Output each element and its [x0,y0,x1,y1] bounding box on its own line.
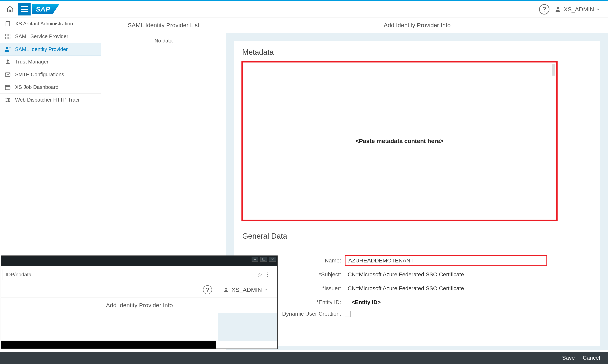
user-icon [555,6,562,13]
name-input[interactable] [345,255,547,266]
svg-point-12 [8,99,9,100]
user-check-icon [4,45,12,53]
sidebar-item-label: SMTP Configurations [15,71,64,78]
svg-rect-5 [5,37,7,39]
sidebar-item-label: Trust Manager [15,59,48,65]
footer-bar: Save Cancel [0,352,608,364]
sidebar-item-label: SAML Identity Provider [15,46,68,52]
url-bar[interactable]: IDP/nodata ☆ ⋮ [3,269,274,280]
url-text: IDP/nodata [6,272,31,278]
general-data-form: Name: *Subject: *Issuer: *Entity ID: [242,255,593,320]
svg-point-0 [556,7,559,9]
sidebar-item-trust-manager[interactable]: Trust Manager [0,55,101,68]
sidebar-item-label: Web Dispatcher HTTP Traci [15,97,79,103]
subject-input[interactable] [345,269,547,280]
menu-button[interactable] [18,3,31,15]
popup-bottom-strip [1,341,216,349]
entity-id-label: *Entity ID: [281,299,345,305]
window-titlebar[interactable]: – ☐ ✕ [1,256,277,263]
help-button[interactable]: ? [539,4,549,14]
chevron-down-icon [264,288,268,292]
top-toolbar: SAP ? XS_ADMIN [0,1,608,17]
sidebar-item-label: XS Artifact Administration [15,21,73,27]
metadata-section-title: Metadata [242,48,593,56]
user-menu[interactable]: XS_ADMIN [555,6,600,13]
browser-menu-icon[interactable]: ⋮ [265,272,271,278]
close-button[interactable]: ✕ [269,257,276,262]
sidebar-item-label: SAML Service Provider [15,33,68,39]
sidebar-item-web-dispatcher[interactable]: Web Dispatcher HTTP Traci [0,94,101,106]
sidebar-item-saml-sp[interactable]: SAML Service Provider [0,30,101,43]
chevron-down-icon [596,7,600,12]
metadata-textarea[interactable]: <Paste metadata content here> [242,61,558,221]
home-button[interactable] [4,3,16,15]
name-label: Name: [281,258,345,264]
maximize-button[interactable]: ☐ [260,257,267,262]
sidebar-item-label: XS Job Dashboard [15,84,58,90]
idp-list-title: SAML Identity Provider List [101,17,226,33]
sidebar-item-xs-job[interactable]: XS Job Dashboard [0,81,101,94]
cancel-button[interactable]: Cancel [583,355,600,361]
svg-rect-4 [8,34,10,36]
entity-id-placeholder: <Entity ID> [352,299,381,305]
user-icon [224,287,230,293]
dynamic-user-label: Dynamic User Creation: [281,311,345,317]
svg-rect-6 [8,37,10,39]
bookmark-star-icon[interactable]: ☆ [257,271,262,278]
sap-logo: SAP [32,4,59,14]
svg-point-14 [225,288,227,290]
content-title: Add Identity Provider Info [226,17,608,33]
user-label: XS_ADMIN [231,286,262,293]
mail-icon [4,71,12,78]
help-button[interactable]: ? [203,285,212,294]
issuer-label: *Issuer: [281,285,345,292]
user-menu[interactable]: XS_ADMIN [224,286,268,293]
svg-rect-9 [5,73,10,76]
content-area: Add Identity Provider Info Metadata <Pas… [226,17,608,350]
save-button[interactable]: Save [562,355,575,361]
grid-icon [4,33,12,40]
user-icon [4,58,12,66]
general-section-title: General Data [242,232,593,240]
svg-point-13 [7,101,8,102]
sidebar-item-smtp[interactable]: SMTP Configurations [0,68,101,81]
svg-point-7 [6,47,8,49]
scrollbar-thumb[interactable] [552,64,555,76]
svg-point-8 [7,60,9,62]
sidebar-item-saml-idp[interactable]: SAML Identity Provider [0,43,101,55]
user-label: XS_ADMIN [564,6,594,13]
svg-rect-3 [5,34,7,36]
svg-rect-10 [5,85,10,90]
minimize-button[interactable]: – [252,257,258,262]
sliders-icon [4,96,12,104]
popup-toolbar: ? XS_ADMIN [1,282,277,298]
dynamic-user-checkbox[interactable] [345,311,351,317]
subject-label: *Subject: [281,271,345,278]
calendar-icon [4,83,12,91]
svg-point-11 [6,98,7,99]
sidebar-item-xs-artifact[interactable]: XS Artifact Administration [0,17,101,30]
secondary-window: – ☐ ✕ IDP/nodata ☆ ⋮ ? XS_ADMIN Add Iden… [1,256,278,349]
popup-content-title: Add Identity Provider Info [1,298,277,313]
metadata-placeholder: <Paste metadata content here> [355,138,444,144]
clipboard-icon [4,20,12,27]
issuer-input[interactable] [345,283,547,294]
entity-id-input[interactable]: <Entity ID> [345,297,547,308]
